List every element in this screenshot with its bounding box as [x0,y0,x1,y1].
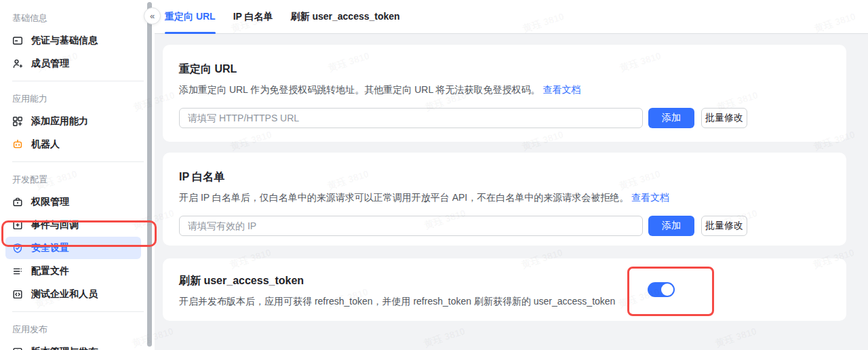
sidebar-item-label: 添加应用能力 [31,115,88,128]
tab-bar: « 重定向 URL IP 白名单 刷新 user_access_token [155,0,868,34]
sidebar-divider [12,81,144,81]
sidebar-item-version-release[interactable]: 版本管理与发布 [5,341,141,350]
sidebar-item-config-file[interactable]: 配置文件 [5,260,141,282]
tab-ip-whitelist[interactable]: IP 白名单 [233,0,273,33]
sidebar-item-label: 机器人 [31,138,60,151]
config-file-icon [12,266,23,277]
refresh-token-toggle[interactable] [648,282,675,297]
tab-label: IP 白名单 [233,11,273,23]
description-text: 开启 IP 白名单后，仅白名单中的来源请求可以正常调用开放平台 API，不在白名… [179,192,629,203]
tab-refresh-token[interactable]: 刷新 user_access_token [291,0,400,33]
section-title: 刷新 user_access_token [179,273,830,288]
ip-input-row: 添加 批量修改 [179,216,830,236]
section-title: 重定向 URL [179,62,830,77]
sidebar-item-events[interactable]: 事件与回调 [5,214,141,236]
ip-whitelist-card: IP 白名单 开启 IP 白名单后，仅白名单中的来源请求可以正常调用开放平台 A… [163,153,846,246]
collapse-chevron-icon: « [150,11,155,21]
toggle-knob [661,284,673,296]
sidebar-group-header-capability: 应用能力 [0,88,155,109]
tab-redirect-url[interactable]: 重定向 URL [165,0,216,33]
tab-label: 重定向 URL [165,11,216,23]
active-tab-underline [165,32,216,34]
section-description: 开启 IP 白名单后，仅白名单中的来源请求可以正常调用开放平台 API，不在白名… [179,191,830,204]
sidebar-divider [12,311,144,312]
member-icon [12,58,23,69]
sidebar-item-label: 配置文件 [31,265,69,277]
sidebar-item-test-company[interactable]: 测试企业和人员 [5,283,141,305]
sidebar-divider [12,161,144,162]
test-code-icon [12,289,23,300]
sidebar-group-header-basic: 基础信息 [0,7,155,28]
sidebar-item-members[interactable]: 成员管理 [5,52,141,75]
security-shield-icon [12,243,23,254]
tab-label: 刷新 user_access_token [291,11,400,23]
redirect-url-input[interactable] [179,108,643,128]
add-button[interactable]: 添加 [648,216,694,236]
sidebar-item-label: 凭证与基础信息 [31,35,98,47]
refresh-token-card: 刷新 user_access_token 开启并发布版本后，应用可获得 refr… [163,258,846,321]
ip-whitelist-input[interactable] [179,216,643,236]
section-description: 添加重定向 URL 作为免登授权码跳转地址。其他重定向 URL 将无法获取免登授… [179,83,830,96]
sidebar-group-header-devconfig: 开发配置 [0,168,155,190]
sidebar-item-label: 安全设置 [31,242,69,254]
sidebar-item-label: 版本管理与发布 [31,346,98,350]
content-area: 重定向 URL 添加重定向 URL 作为免登授权码跳转地址。其他重定向 URL … [155,34,868,350]
description-text: 添加重定向 URL 作为免登授权码跳转地址。其他重定向 URL 将无法获取免登授… [179,84,540,95]
sidebar-item-add-capability[interactable]: 添加应用能力 [5,110,141,132]
section-title: IP 白名单 [179,170,830,184]
redirect-url-card: 重定向 URL 添加重定向 URL 作为免登授权码跳转地址。其他重定向 URL … [163,45,846,142]
event-callback-icon [12,220,23,231]
add-capability-icon [12,116,23,127]
sidebar-scrollbar[interactable] [147,2,152,347]
sidebar-item-credentials[interactable]: 凭证与基础信息 [5,29,141,52]
sidebar-item-label: 成员管理 [31,58,69,70]
redirect-input-row: 添加 批量修改 [179,108,830,128]
add-button[interactable]: 添加 [648,108,694,128]
credential-icon [12,35,23,46]
description-text: 开启并发布版本后，应用可获得 refresh_token，并使用 refresh… [179,296,615,307]
sidebar: 基础信息 凭证与基础信息 成员管理 应用能力 添加应用能力 机器人 开发配置 权… [0,0,155,350]
sidebar-item-security[interactable]: 安全设置 [5,237,141,259]
batch-edit-button[interactable]: 批量修改 [701,108,747,128]
section-description: 开启并发布版本后，应用可获得 refresh_token，并使用 refresh… [179,294,830,308]
sidebar-group-header-release: 应用发布 [0,318,155,340]
sidebar-item-label: 事件与回调 [31,219,79,231]
sidebar-item-robot[interactable]: 机器人 [5,133,141,155]
sidebar-item-label: 权限管理 [31,196,69,208]
permission-icon [12,197,23,208]
sidebar-item-label: 测试企业和人员 [31,288,98,300]
main-area: « 重定向 URL IP 白名单 刷新 user_access_token 重定… [155,0,868,350]
view-docs-link[interactable]: 查看文档 [631,192,669,203]
batch-edit-button[interactable]: 批量修改 [701,216,747,236]
robot-icon [12,139,23,150]
view-docs-link[interactable]: 查看文档 [542,84,580,95]
sidebar-item-permissions[interactable]: 权限管理 [5,191,141,213]
release-icon [12,347,23,350]
sidebar-collapse-button[interactable]: « [144,7,161,24]
